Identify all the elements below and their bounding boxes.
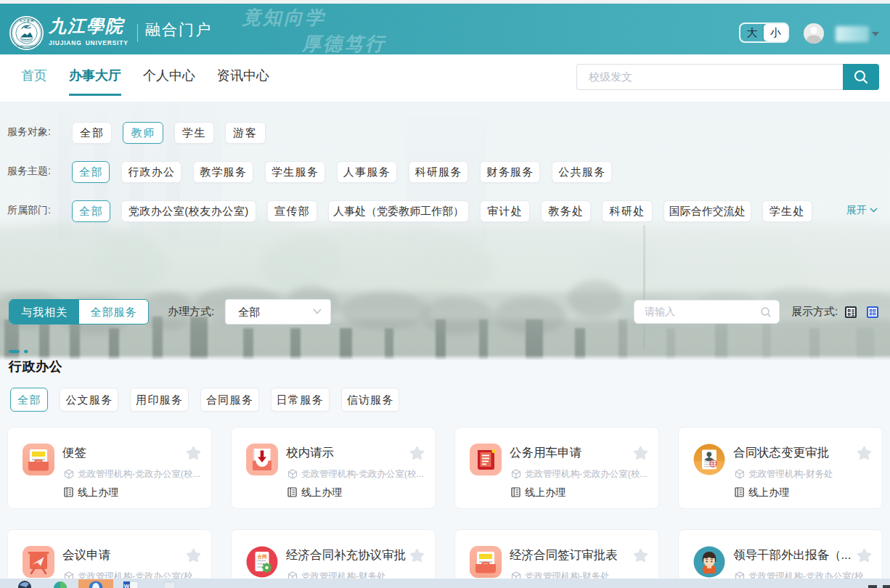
svg-text:W: W [124,583,130,588]
svg-text:JIUJIANG UNIVERSITY: JIUJIANG UNIVERSITY [16,45,37,48]
svg-text:合同: 合同 [257,554,268,560]
